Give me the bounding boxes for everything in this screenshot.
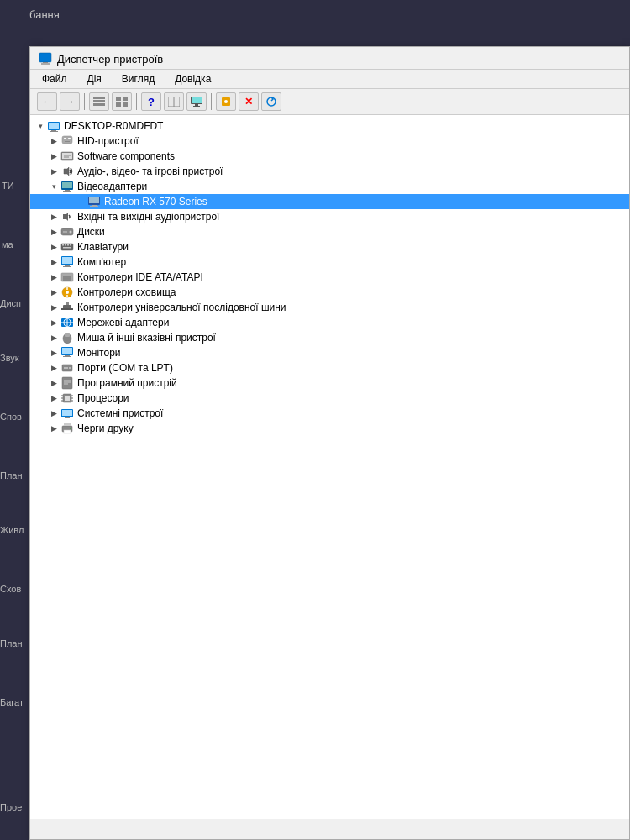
- close-x-button[interactable]: ✕: [239, 92, 259, 111]
- separator-1: [84, 93, 85, 110]
- menu-view[interactable]: Вигляд: [118, 71, 158, 87]
- disks-label: Диски: [77, 226, 105, 238]
- print-expander[interactable]: ▶: [47, 422, 60, 435]
- computer-expander[interactable]: ▶: [47, 255, 60, 269]
- program-label: Програмний пристрій: [77, 377, 177, 389]
- svg-rect-47: [67, 244, 69, 246]
- view2-button[interactable]: [112, 92, 132, 111]
- svg-rect-24: [64, 138, 66, 139]
- svg-rect-74: [65, 355, 70, 356]
- svg-rect-9: [123, 102, 128, 107]
- mouse-expander[interactable]: ▶: [47, 331, 60, 344]
- keyboards-expander[interactable]: ▶: [47, 240, 60, 254]
- usb-expander[interactable]: ▶: [47, 301, 60, 314]
- sidebar-label-zhyvl: Живл: [0, 525, 24, 535]
- tree-item-ports[interactable]: ▶ Порти (COM та LPT): [30, 360, 629, 375]
- svg-point-77: [64, 367, 66, 369]
- svg-rect-8: [116, 102, 121, 107]
- view3-button[interactable]: [164, 92, 184, 111]
- svg-rect-14: [195, 104, 198, 106]
- storage-icon: [60, 286, 74, 299]
- audio-expander[interactable]: ▶: [47, 165, 60, 178]
- video-expander[interactable]: ▾: [47, 180, 60, 193]
- svg-rect-2: [43, 62, 48, 63]
- tree-item-disks[interactable]: ▶ Диски: [30, 224, 629, 239]
- tree-item-inout[interactable]: ▶ Вхідні та вихідні аудіопристрої: [30, 209, 629, 224]
- svg-rect-51: [62, 257, 72, 264]
- tree-item-keyboards[interactable]: ▶ Клавіатури: [30, 239, 629, 255]
- inout-label: Вхідні та вихідні аудіопристрої: [77, 211, 219, 223]
- svg-point-18: [267, 97, 276, 106]
- device-button[interactable]: [216, 92, 236, 111]
- svg-point-79: [69, 367, 71, 369]
- view1-button[interactable]: [89, 92, 109, 111]
- system-icon: [60, 407, 74, 420]
- tree-item-processors[interactable]: ▶ Процесори: [30, 391, 629, 406]
- tree-content: ▾ DESKTOP-R0MDFDT ▶: [30, 115, 629, 819]
- window-icon: [39, 52, 52, 66]
- svg-rect-71: [65, 333, 70, 337]
- tree-item-print[interactable]: ▶ Черги друку: [30, 421, 629, 436]
- tree-item-program[interactable]: ▶ Програмний пристрій: [30, 375, 629, 391]
- tree-item-network[interactable]: ▶ Мережеві адаптери: [30, 315, 629, 330]
- tree-item-monitors[interactable]: ▶ Монітори: [30, 345, 629, 360]
- tree-item-hid[interactable]: ▶ HID-пристрої: [30, 134, 629, 149]
- tree-item-software[interactable]: ▶ Software components: [30, 149, 629, 164]
- refresh-button[interactable]: [261, 92, 281, 111]
- svg-rect-39: [90, 206, 98, 207]
- tree-item-system[interactable]: ▶ Системні пристрої: [30, 406, 629, 421]
- usb-label: Контролери універсальної послідовної шин…: [77, 302, 286, 313]
- tree-item-video[interactable]: ▾ Відеоадаптери: [30, 179, 629, 194]
- monitors-expander[interactable]: ▶: [47, 346, 60, 360]
- svg-point-17: [224, 100, 228, 103]
- svg-rect-94: [65, 417, 70, 418]
- sidebar-label-plan2: План: [0, 638, 23, 648]
- program-expander[interactable]: ▶: [47, 376, 60, 390]
- svg-rect-13: [192, 97, 202, 103]
- hid-expander[interactable]: ▶: [47, 134, 60, 148]
- tree-item-mouse[interactable]: ▶ Миша й інші вказівні пристрої: [30, 330, 629, 345]
- svg-point-78: [66, 367, 68, 369]
- system-expander[interactable]: ▶: [47, 407, 60, 420]
- tree-item-audio[interactable]: ▶ Аудіо-, відео- та ігрові пристрої: [30, 164, 629, 179]
- inout-expander[interactable]: ▶: [47, 210, 60, 223]
- tree-root[interactable]: ▾ DESKTOP-R0MDFDT: [30, 118, 629, 134]
- svg-rect-37: [89, 197, 99, 203]
- print-icon: [60, 422, 74, 435]
- menu-action[interactable]: Дія: [84, 71, 105, 87]
- sidebar-label-bagat: Багат: [0, 697, 24, 707]
- network-expander[interactable]: ▶: [47, 316, 60, 329]
- back-button[interactable]: ←: [37, 92, 57, 111]
- ide-expander[interactable]: ▶: [47, 270, 60, 284]
- svg-point-98: [70, 428, 71, 429]
- ports-expander[interactable]: ▶: [47, 361, 60, 375]
- sidebar-label-disp: Дисп: [0, 298, 21, 308]
- svg-rect-26: [65, 141, 70, 142]
- tree-item-usb[interactable]: ▶ Контролери універсальної послідовної ш…: [30, 300, 629, 315]
- storage-expander[interactable]: ▶: [47, 286, 60, 299]
- svg-marker-31: [64, 167, 69, 176]
- root-label: DESKTOP-R0MDFDT: [64, 120, 163, 132]
- keyboards-label: Клавіатури: [77, 241, 129, 253]
- svg-rect-4: [93, 100, 105, 102]
- software-label: Software components: [77, 150, 175, 162]
- help-button[interactable]: ?: [141, 92, 161, 111]
- forward-button[interactable]: →: [60, 92, 80, 111]
- tree-item-storage[interactable]: ▶ Контролери сховища: [30, 285, 629, 300]
- ports-label: Порти (COM та LPT): [77, 362, 173, 374]
- tree-item-computer[interactable]: ▶ Комп'ютер: [30, 255, 629, 270]
- monitor-button[interactable]: [186, 92, 207, 111]
- menu-help[interactable]: Довідка: [171, 71, 214, 87]
- svg-rect-52: [65, 265, 70, 266]
- tree-item-ide[interactable]: ▶ Контролери IDE ATA/ATAPI: [30, 270, 629, 285]
- svg-rect-63: [66, 302, 69, 305]
- svg-rect-96: [64, 423, 71, 426]
- disks-expander[interactable]: ▶: [47, 225, 60, 239]
- processors-expander[interactable]: ▶: [47, 391, 60, 405]
- system-label: Системні пристрої: [77, 407, 163, 419]
- tree-item-radeon[interactable]: ▶ Radeon RX 570 Series: [30, 194, 629, 209]
- menu-file[interactable]: Файл: [39, 71, 71, 87]
- software-expander[interactable]: ▶: [47, 150, 60, 163]
- root-expander[interactable]: ▾: [34, 119, 47, 133]
- print-label: Черги друку: [77, 423, 134, 434]
